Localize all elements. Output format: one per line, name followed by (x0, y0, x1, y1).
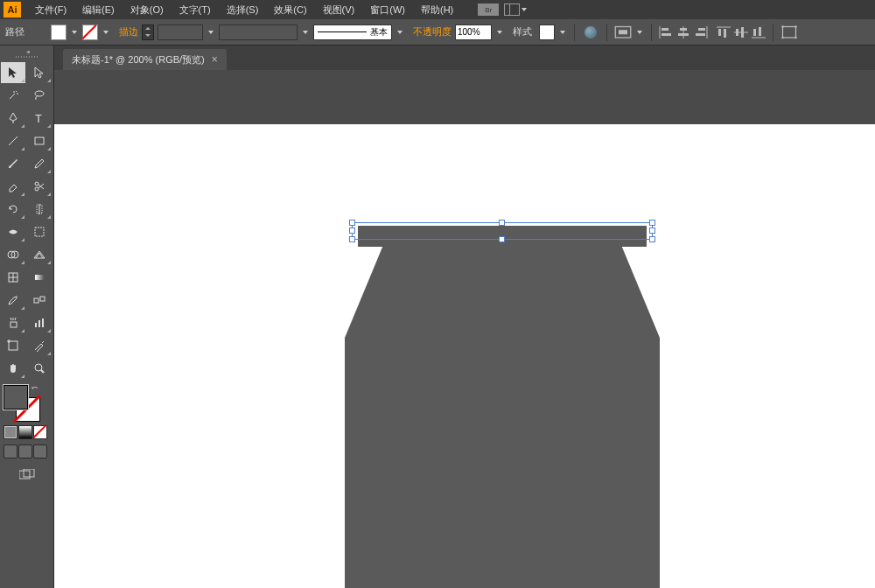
svg-point-49 (35, 364, 42, 371)
separator (574, 24, 575, 41)
bridge-icon[interactable]: Br (478, 4, 499, 16)
fill-swatch[interactable] (51, 24, 66, 40)
lasso-tool[interactable] (27, 85, 52, 106)
reflect-tool[interactable] (27, 199, 52, 220)
rectangle-tool[interactable] (27, 130, 52, 151)
menu-effect[interactable]: 效果(C) (267, 2, 313, 18)
align-to-selection-icon[interactable] (614, 24, 632, 40)
paintbrush-tool[interactable] (1, 153, 25, 174)
variable-width-profile[interactable] (219, 24, 298, 40)
layout-chooser-icon[interactable] (504, 4, 520, 16)
style-swatch[interactable] (539, 24, 555, 40)
transform-icon[interactable] (780, 24, 798, 40)
draw-inside[interactable] (33, 444, 47, 458)
align-top-icon[interactable] (717, 26, 731, 38)
layout-dropdown-icon[interactable] (522, 8, 527, 11)
menu-view[interactable]: 视图(V) (316, 2, 362, 18)
draw-normal[interactable] (4, 444, 18, 458)
swap-fill-stroke-icon[interactable]: ⤺ (32, 383, 38, 392)
pasteboard-top (54, 70, 875, 124)
stroke-weight-field[interactable] (158, 24, 203, 40)
menu-window[interactable]: 窗口(W) (363, 2, 412, 18)
eraser-tool[interactable] (1, 176, 25, 197)
resize-handle-bl[interactable] (349, 236, 355, 242)
resize-handle-tl[interactable] (349, 220, 355, 226)
fill-dropdown[interactable] (70, 24, 79, 40)
jar-body-shape[interactable] (345, 247, 660, 588)
eyedropper-tool[interactable] (1, 290, 25, 311)
hand-tool[interactable] (1, 358, 25, 379)
artboard-tool[interactable] (1, 335, 25, 356)
tab-close-icon[interactable]: × (212, 53, 218, 66)
resize-handle-bc[interactable] (499, 236, 505, 242)
symbol-sprayer-tool[interactable] (1, 312, 25, 333)
stroke-dropdown[interactable] (102, 24, 110, 40)
opacity-label[interactable]: 不透明度 (413, 25, 452, 38)
artboard[interactable] (54, 124, 875, 588)
menu-edit[interactable]: 编辑(E) (75, 2, 122, 18)
slice-tool[interactable] (27, 335, 52, 356)
fill-box[interactable] (4, 385, 28, 410)
opacity-field[interactable]: 100% (455, 24, 492, 40)
menu-select[interactable]: 选择(S) (220, 2, 266, 18)
stroke-weight-spinner[interactable] (142, 24, 154, 40)
resize-handle-mr[interactable] (649, 228, 655, 234)
align-hcenter-icon[interactable] (676, 26, 690, 38)
zoom-tool[interactable] (27, 358, 52, 379)
perspective-grid-tool[interactable] (27, 244, 52, 265)
draw-behind[interactable] (18, 444, 32, 458)
align-right-icon[interactable] (694, 26, 708, 38)
free-transform-tool[interactable] (27, 221, 52, 242)
type-tool[interactable]: T (27, 108, 52, 129)
panel-collapse-icon[interactable] (0, 47, 53, 54)
variable-width-dropdown[interactable] (301, 24, 310, 40)
document-tab[interactable]: 未标题-1* @ 200% (RGB/预览) × (63, 49, 227, 70)
brush-definition-dropdown[interactable] (396, 24, 404, 40)
resize-handle-tc[interactable] (499, 220, 505, 226)
shape-builder-tool[interactable] (1, 244, 25, 265)
line-tool[interactable] (1, 130, 25, 151)
color-mode-solid[interactable] (4, 425, 18, 439)
selection-bounding-box[interactable] (352, 222, 653, 240)
column-graph-tool[interactable] (27, 312, 52, 333)
resize-handle-ml[interactable] (349, 228, 355, 234)
gradient-tool[interactable] (27, 267, 52, 288)
mesh-tool[interactable] (1, 267, 25, 288)
pencil-tool[interactable] (27, 153, 52, 174)
align-to-dropdown[interactable] (635, 24, 644, 40)
stroke-weight-dropdown[interactable] (206, 24, 215, 40)
menu-object[interactable]: 对象(O) (123, 2, 171, 18)
panel-grip[interactable] (0, 54, 53, 60)
canvas-area: 未标题-1* @ 200% (RGB/预览) × (54, 46, 875, 588)
magic-wand-tool[interactable] (1, 85, 25, 106)
fill-stroke-control[interactable]: ⤺ (4, 385, 40, 422)
scissors-tool[interactable] (27, 176, 52, 197)
recolor-icon[interactable] (582, 24, 599, 40)
screen-mode-button[interactable] (15, 466, 39, 485)
separator (651, 24, 652, 41)
align-vcenter-icon[interactable] (734, 26, 748, 38)
svg-rect-13 (724, 29, 726, 38)
menu-type[interactable]: 文字(T) (172, 2, 218, 18)
align-bottom-icon[interactable] (752, 26, 766, 38)
direct-selection-tool[interactable] (27, 62, 52, 83)
align-left-icon[interactable] (659, 26, 673, 38)
svg-rect-20 (783, 26, 796, 38)
color-mode-gradient[interactable] (18, 425, 32, 439)
stroke-label[interactable]: 描边 (119, 25, 138, 38)
opacity-dropdown[interactable] (495, 24, 504, 40)
menu-file[interactable]: 文件(F) (28, 2, 74, 18)
brush-definition[interactable]: 基本 (313, 24, 392, 40)
width-tool[interactable] (1, 221, 25, 242)
pen-tool[interactable] (1, 108, 25, 129)
style-dropdown[interactable] (558, 24, 567, 40)
color-mode-none[interactable] (33, 425, 47, 439)
rotate-tool[interactable] (1, 199, 25, 220)
stroke-swatch[interactable] (82, 24, 98, 40)
blend-tool[interactable] (27, 290, 52, 311)
menu-help[interactable]: 帮助(H) (414, 2, 460, 18)
resize-handle-tr[interactable] (649, 220, 655, 226)
svg-line-27 (9, 136, 18, 145)
selection-tool[interactable] (1, 62, 25, 83)
resize-handle-br[interactable] (649, 236, 655, 242)
